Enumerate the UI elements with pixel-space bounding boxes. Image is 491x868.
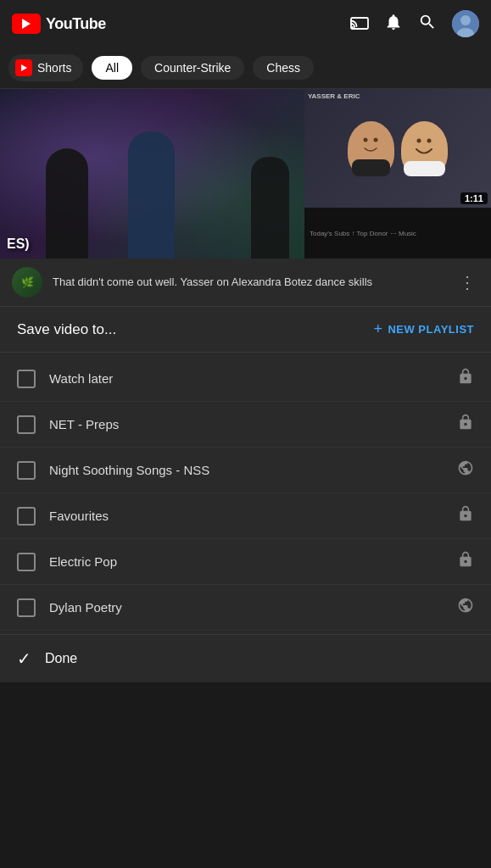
globe-icon-dylan-poetry [457,597,474,618]
secondary-label: YASSER & ERIC [308,92,360,100]
svg-point-10 [416,138,421,142]
playlist-name-favourites: Favourites [49,509,444,523]
search-icon[interactable] [418,13,437,36]
lock-icon-favourites [457,505,474,526]
filter-bar: Shorts All Counter-Strike Chess [0,47,491,89]
thumbnail-secondary-img: YASSER & ERIC 1:11 [304,89,491,208]
channel-initial: 🌿 [21,276,34,288]
shorts-filter-btn[interactable]: Shorts [8,54,83,81]
shorts-label: Shorts [37,61,71,75]
save-title: Save video to... [17,321,116,338]
face-2 [401,121,448,176]
playlist-item-electric-pop[interactable]: Electric Pop [0,539,491,585]
channel-avatar: 🌿 [12,267,42,298]
save-header: Save video to... + NEW PLAYLIST [0,307,491,353]
new-playlist-label: NEW PLAYLIST [388,323,474,336]
lock-icon-electric-pop [457,551,474,572]
figure-silhouette-1 [46,148,88,259]
thumbnail-text-overlay: ES) [7,236,30,252]
filter-chip-all[interactable]: All [92,56,132,80]
duration-badge: 1:11 [460,192,488,204]
video-title: That didn't come out well. Yasser on Ale… [53,275,445,290]
filter-chip-chess[interactable]: Chess [253,56,314,80]
svg-point-1 [351,26,354,29]
youtube-icon [12,14,41,34]
playlist-item-dylan-poetry[interactable]: Dylan Poetry [0,585,491,631]
thumbnail-secondary: YASSER & ERIC 1:11 [304,89,491,259]
youtube-title: YouTube [46,15,106,33]
filter-chip-counter-strike[interactable]: Counter-Strike [141,56,244,80]
thumbnail-main: ES) [0,89,304,259]
globe-icon-night-soothing [457,459,474,481]
svg-point-7 [373,137,377,142]
playlist-name-electric-pop: Electric Pop [49,554,444,569]
figure-silhouette-2 [128,131,175,259]
youtube-logo[interactable]: YouTube [12,14,106,34]
chip-all-label: All [105,61,119,75]
playlist-list: Watch later NET - Preps Night Soothing S… [0,353,491,634]
secondary-bar: Today's Subs ↑ Top Donor ⋯ Music [304,208,491,259]
playlist-item-watch-later[interactable]: Watch later [0,356,491,402]
header-actions [350,10,479,37]
done-label: Done [45,651,77,666]
face-1 [348,121,394,176]
video-info: That didn't come out well. Yasser on Ale… [53,275,445,290]
shorts-icon [15,59,32,76]
plus-icon: + [373,320,382,338]
avatar[interactable] [452,10,479,37]
checkbox-favourites[interactable] [17,507,36,526]
svg-rect-12 [404,161,445,176]
playlist-item-net-preps[interactable]: NET - Preps [0,402,491,448]
checkbox-net-preps[interactable] [17,415,36,434]
checkbox-night-soothing[interactable] [17,461,36,480]
done-row[interactable]: ✓ Done [0,634,491,682]
bell-icon[interactable] [384,13,403,36]
svg-point-9 [407,124,441,161]
svg-point-6 [363,137,367,142]
playlist-item-favourites[interactable]: Favourites [0,493,491,539]
new-playlist-btn[interactable]: + NEW PLAYLIST [373,320,474,338]
checkbox-watch-later[interactable] [17,370,36,388]
playlist-name-night-soothing: Night Soothing Songs - NSS [49,463,444,477]
logo-area: YouTube [12,14,106,34]
thumbnail-main-content: ES) [0,89,304,259]
figure-silhouette-3 [251,157,289,259]
svg-rect-0 [351,18,368,29]
checkbox-dylan-poetry[interactable] [17,598,36,617]
svg-point-5 [355,125,386,159]
video-meta: 🌿 That didn't come out well. Yasser on A… [0,259,491,307]
svg-point-11 [427,138,431,142]
lock-icon-net-preps [457,414,474,435]
more-options-btn[interactable]: ⋮ [455,269,479,296]
save-panel: Save video to... + NEW PLAYLIST Watch la… [0,307,491,682]
svg-rect-8 [352,159,390,176]
bottom-bar-text: Today's Subs ↑ Top Donor ⋯ Music [310,230,416,237]
video-thumbnail-section[interactable]: ES) YASSER & ERIC [0,89,491,259]
cast-icon[interactable] [350,14,369,34]
checkmark-icon: ✓ [17,648,31,669]
chip-cs-label: Counter-Strike [154,61,231,75]
svg-point-3 [460,15,471,25]
lock-icon-watch-later [457,368,474,389]
chip-chess-label: Chess [266,61,300,75]
playlist-item-night-soothing[interactable]: Night Soothing Songs - NSS [0,448,491,493]
checkbox-electric-pop[interactable] [17,553,36,571]
playlist-name-net-preps: NET - Preps [49,417,444,431]
playlist-name-dylan-poetry: Dylan Poetry [49,600,444,615]
playlist-name-watch-later: Watch later [49,371,444,386]
app-header: YouTube [0,0,491,47]
